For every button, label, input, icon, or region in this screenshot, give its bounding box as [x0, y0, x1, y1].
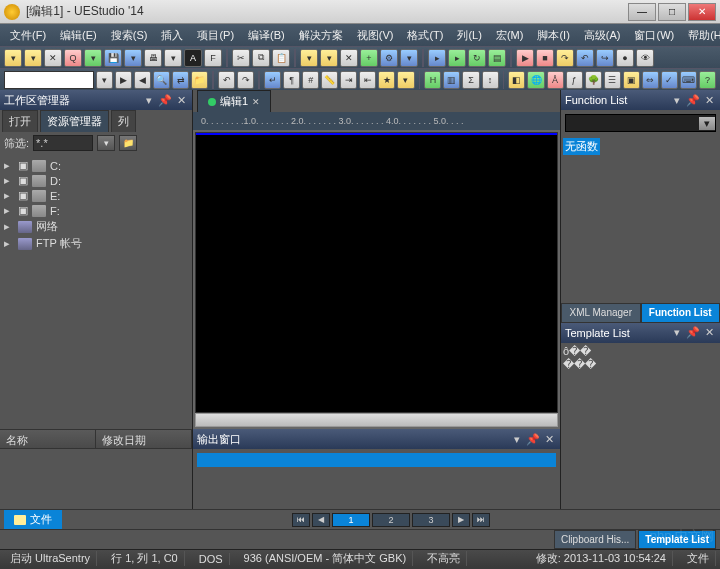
filter-browse-icon[interactable]: 📁: [119, 135, 137, 151]
panel-pin-icon[interactable]: 📌: [158, 93, 172, 107]
linenum-icon[interactable]: #: [302, 71, 319, 89]
compare-icon[interactable]: ⇔: [642, 71, 659, 89]
output-pin-icon[interactable]: 📌: [526, 432, 540, 446]
funclist-combo[interactable]: ▾: [565, 114, 716, 132]
column-icon[interactable]: ▥: [443, 71, 460, 89]
find-icon[interactable]: 🔍: [153, 71, 170, 89]
ssh-icon[interactable]: ⌨: [680, 71, 697, 89]
find-next-icon[interactable]: ▶: [115, 71, 132, 89]
menu-build[interactable]: 编译(B): [242, 26, 291, 45]
new-file-icon[interactable]: ▾: [4, 49, 22, 67]
ascii-icon[interactable]: Å: [547, 71, 564, 89]
new-project-icon[interactable]: ▾: [300, 49, 318, 67]
page-3[interactable]: 3: [412, 513, 450, 527]
open-project-icon[interactable]: ▾: [320, 49, 338, 67]
menu-view[interactable]: 视图(V): [351, 26, 400, 45]
menu-advanced[interactable]: 高级(A): [578, 26, 627, 45]
pager-first-icon[interactable]: ⏮: [292, 513, 310, 527]
print-icon[interactable]: 🖶: [144, 49, 162, 67]
font-a-icon[interactable]: A: [184, 49, 202, 67]
html-icon[interactable]: ◧: [508, 71, 525, 89]
pager-last-icon[interactable]: ⏭: [472, 513, 490, 527]
menu-solution[interactable]: 解决方案: [293, 26, 349, 45]
paste-icon[interactable]: 📋: [272, 49, 290, 67]
hex-icon[interactable]: H: [424, 71, 441, 89]
menu-macro[interactable]: 宏(M): [490, 26, 530, 45]
debug-bp-icon[interactable]: ●: [616, 49, 634, 67]
debug-stepover-icon[interactable]: ↪: [596, 49, 614, 67]
tab-function-list[interactable]: Function List: [641, 303, 721, 323]
findfiles-icon[interactable]: 📁: [191, 71, 208, 89]
panel-dropdown-icon[interactable]: ▾: [142, 93, 156, 107]
funclist-body[interactable]: 无函数: [561, 136, 720, 303]
rebuild-icon[interactable]: ↻: [468, 49, 486, 67]
tree-icon[interactable]: 🌳: [585, 71, 602, 89]
case-icon[interactable]: F: [204, 49, 222, 67]
bookmark-icon[interactable]: ★: [378, 71, 395, 89]
funclist-dd-icon[interactable]: ▾: [670, 93, 684, 107]
menu-file[interactable]: 文件(F): [4, 26, 52, 45]
debug-watch-icon[interactable]: 👁: [636, 49, 654, 67]
chevron-down-icon[interactable]: ▾: [699, 117, 715, 130]
tpl-pin-icon[interactable]: 📌: [686, 326, 700, 340]
status-launch[interactable]: 启动 UltraSentry: [4, 551, 97, 566]
close-file-icon[interactable]: ✕: [44, 49, 62, 67]
tpl-body[interactable]: ô�� ���: [561, 343, 720, 510]
panel-close-icon[interactable]: ✕: [174, 93, 188, 107]
compile-icon[interactable]: ▸: [428, 49, 446, 67]
tab-open[interactable]: 打开: [2, 110, 38, 133]
func-icon[interactable]: ƒ: [566, 71, 583, 89]
menu-window[interactable]: 窗口(W): [628, 26, 680, 45]
help-icon[interactable]: ?: [699, 71, 716, 89]
filter-input[interactable]: [33, 135, 93, 151]
outdent-icon[interactable]: ⇤: [359, 71, 376, 89]
output-body[interactable]: [193, 449, 560, 509]
saveas-icon[interactable]: ▾: [124, 49, 142, 67]
document-tab[interactable]: 编辑1 ✕: [197, 90, 271, 112]
col-date[interactable]: 修改日期: [96, 430, 192, 448]
tab-explorer[interactable]: 资源管理器: [40, 110, 109, 133]
cut-icon[interactable]: ✂: [232, 49, 250, 67]
menu-column[interactable]: 列(L): [451, 26, 487, 45]
tab-xml-manager[interactable]: XML Manager: [561, 303, 641, 323]
menu-edit[interactable]: 编辑(E): [54, 26, 103, 45]
close-project-icon[interactable]: ✕: [340, 49, 358, 67]
menu-script[interactable]: 脚本(I): [531, 26, 575, 45]
debug-step-icon[interactable]: ↷: [556, 49, 574, 67]
close-button[interactable]: ✕: [688, 3, 716, 21]
outline-icon[interactable]: ☰: [604, 71, 621, 89]
undo-icon[interactable]: ↶: [218, 71, 235, 89]
tpl-close-icon[interactable]: ✕: [702, 326, 716, 340]
file-tree[interactable]: ▸▣C: ▸▣D: ▸▣E: ▸▣F: ▸网络 ▸FTP 帐号: [0, 154, 192, 429]
copy-icon[interactable]: ⧉: [252, 49, 270, 67]
maximize-button[interactable]: □: [658, 3, 686, 21]
file-list[interactable]: [0, 449, 192, 509]
tab-clipboard-history[interactable]: Clipboard His...: [554, 530, 636, 549]
browser-icon[interactable]: 🌐: [527, 71, 544, 89]
tab-col[interactable]: 列: [111, 110, 136, 133]
backup-icon[interactable]: ▾: [400, 49, 418, 67]
menu-help[interactable]: 帮助(H): [682, 26, 720, 45]
save-icon[interactable]: 💾: [104, 49, 122, 67]
ftp-icon[interactable]: ▾: [84, 49, 102, 67]
tpl-dd-icon[interactable]: ▾: [670, 326, 684, 340]
nextbm-icon[interactable]: ▾: [397, 71, 414, 89]
preview-icon[interactable]: ▾: [164, 49, 182, 67]
text-editor[interactable]: [195, 132, 558, 413]
menu-project[interactable]: 项目(P): [191, 26, 240, 45]
tab-close-icon[interactable]: ✕: [252, 97, 260, 107]
pager-prev-icon[interactable]: ◀: [312, 513, 330, 527]
file-tab[interactable]: 文件: [4, 510, 62, 529]
col-name[interactable]: 名称: [0, 430, 96, 448]
pager-next-icon[interactable]: ▶: [452, 513, 470, 527]
editor-hscrollbar[interactable]: [195, 413, 558, 427]
settings-icon[interactable]: ⚙: [380, 49, 398, 67]
debug-stop-icon[interactable]: ■: [536, 49, 554, 67]
tab-template-list[interactable]: Template List: [638, 530, 716, 549]
open-file-icon[interactable]: ▾: [24, 49, 42, 67]
redo-icon[interactable]: ↷: [237, 71, 254, 89]
find-prev-icon[interactable]: ◀: [134, 71, 151, 89]
page-1[interactable]: 1: [332, 513, 370, 527]
replace-icon[interactable]: ⇄: [172, 71, 189, 89]
output-dropdown-icon[interactable]: ▾: [510, 432, 524, 446]
